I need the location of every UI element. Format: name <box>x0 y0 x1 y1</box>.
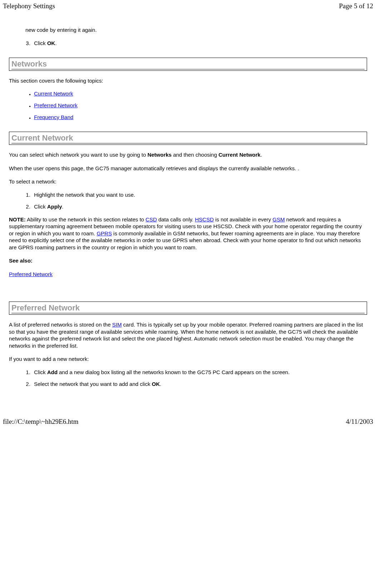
add-network-steps: Click Add and a new dialog box listing a… <box>9 369 367 387</box>
preferred-network-section-header: Preferred Network <box>9 302 367 315</box>
pn-s2-bold: OK <box>152 381 160 387</box>
cn-s2-prefix: Click <box>34 204 47 210</box>
pn-p1-t1: A list of preferred networks is stored o… <box>9 322 112 328</box>
link-frequency-band[interactable]: Frequency Band <box>34 114 73 120</box>
preferred-network-heading: Preferred Network <box>11 303 365 313</box>
topic-item: Frequency Band <box>34 114 367 120</box>
continuation-text: new code by entering it again. <box>25 26 367 34</box>
link-gsm[interactable]: GSM <box>273 216 285 222</box>
add-step-1: Click Add and a new dialog box listing a… <box>32 369 367 375</box>
link-gprs[interactable]: GPRS <box>97 230 112 236</box>
step-3: Click OK. <box>32 40 367 46</box>
note-paragraph: NOTE: Ability to use the network in this… <box>9 216 367 251</box>
header-page-info: Page 5 of 12 <box>339 2 373 10</box>
select-step-2: Click Apply. <box>32 204 367 210</box>
networks-intro: This section covers the following topics… <box>9 77 367 84</box>
add-step-2: Select the network that you want to add … <box>32 381 367 387</box>
current-network-heading: Current Network <box>11 133 365 143</box>
link-current-network[interactable]: Current Network <box>34 90 73 97</box>
footer-date: 4/11/2003 <box>346 418 373 426</box>
select-step-1: Highlight the network that you want to u… <box>32 192 367 198</box>
networks-section-header: Networks <box>9 58 367 71</box>
pn-s1-prefix: Click <box>34 369 47 375</box>
topic-item: Current Network <box>34 90 367 97</box>
pn-s1-suffix: and a new dialog box listing all the net… <box>58 369 290 375</box>
link-see-preferred-network[interactable]: Preferred Network <box>9 271 53 277</box>
step3-suffix: . <box>55 40 57 46</box>
select-network-steps: Highlight the network that you want to u… <box>9 192 367 210</box>
cn-s2-suffix: . <box>62 204 63 210</box>
current-network-p2: When the user opens this page, the GC75 … <box>9 165 367 172</box>
link-preferred-network[interactable]: Preferred Network <box>34 102 78 108</box>
link-csd[interactable]: CSD <box>146 216 157 222</box>
pn-s2-prefix: Select the network that you want to add … <box>34 381 152 387</box>
footer-path: file://C:\temp\~hh29E6.htm <box>3 418 78 426</box>
note-label: NOTE: <box>9 216 26 222</box>
link-hscsd[interactable]: HSCSD <box>195 216 214 222</box>
note-t3: is not available in every <box>214 216 272 222</box>
current-network-p3: To select a network: <box>9 178 367 185</box>
current-network-section-header: Current Network <box>9 132 367 145</box>
page-footer: file://C:\temp\~hh29E6.htm 4/11/2003 <box>0 416 376 428</box>
step3-prefix: Click <box>34 40 47 46</box>
topic-item: Preferred Network <box>34 102 367 108</box>
preferred-network-p1: A list of preferred networks is stored o… <box>9 321 367 349</box>
cn-p1-suffix: . <box>260 152 262 158</box>
cn-p1-bold2: Current Network <box>219 152 261 158</box>
current-network-p1: You can select which network you want to… <box>9 151 367 158</box>
note-t2: data calls only. <box>157 216 195 222</box>
preferred-network-p2: If you want to add a new network: <box>9 356 367 363</box>
topics-list: Current Network Preferred Network Freque… <box>9 90 367 120</box>
cn-p1-bold1: Networks <box>147 152 172 158</box>
cn-p1-mid: and then choosing <box>172 152 219 158</box>
link-sim[interactable]: SIM <box>112 322 122 328</box>
see-also-label: See also: <box>9 257 367 264</box>
header-title: Telephony Settings <box>3 2 55 10</box>
prior-steps-list: Click OK. <box>9 40 367 46</box>
cn-p1-prefix: You can select which network you want to… <box>9 152 147 158</box>
see-also-links: Preferred Network <box>9 271 367 278</box>
document-body: new code by entering it again. Click OK.… <box>0 26 376 387</box>
cn-s2-bold: Apply <box>47 204 62 210</box>
pn-s1-bold: Add <box>47 369 58 375</box>
pn-s2-suffix: . <box>160 381 161 387</box>
step3-bold: OK <box>47 40 55 46</box>
note-t1: Ability to use the network in this secti… <box>26 216 146 222</box>
page-header: Telephony Settings Page 5 of 12 <box>0 0 376 12</box>
networks-heading: Networks <box>11 59 365 69</box>
